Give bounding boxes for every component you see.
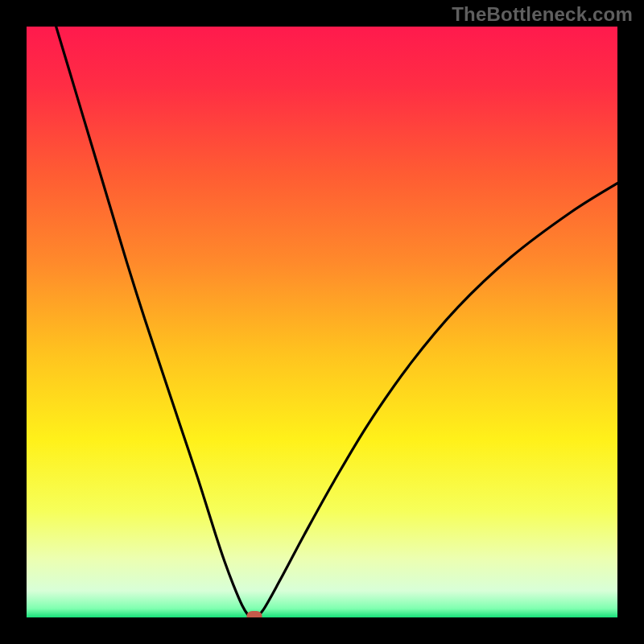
plot-svg [27,27,617,617]
watermark-text: TheBottleneck.com [452,3,633,26]
chart-frame: TheBottleneck.com [0,0,644,644]
plot-area [27,27,617,617]
gradient-background [27,27,617,617]
optimal-point-marker [246,611,262,617]
